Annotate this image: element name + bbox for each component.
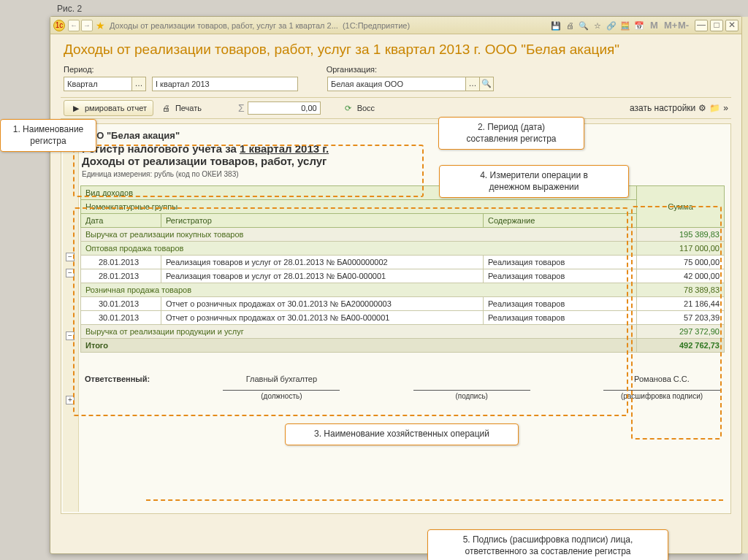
- cell-date: 30.01.2013: [81, 297, 161, 311]
- m-button[interactable]: M: [648, 20, 660, 31]
- favorite-icon[interactable]: ★: [96, 20, 105, 31]
- sig-position: Главный бухгалтер: [223, 375, 340, 383]
- print-icon[interactable]: 🖨: [564, 20, 576, 31]
- print-button[interactable]: Печать: [175, 104, 202, 112]
- cell-group: Выручка от реализации продукции и услуг: [81, 325, 637, 339]
- col-sum: Сумма: [637, 186, 725, 228]
- cell-amount: 21 186,44: [637, 297, 725, 311]
- cell-date: 28.01.2013: [81, 256, 161, 269]
- memory-buttons: M M+ M-: [648, 20, 687, 31]
- sig-name: Романова С.С.: [603, 375, 720, 383]
- cell-amount: 42 000,00: [637, 269, 725, 283]
- col-date: Дата: [81, 214, 161, 228]
- titlebar: 1c ← → ★ Доходы от реализации товаров, р…: [50, 17, 741, 34]
- play-icon: ▶: [70, 102, 82, 114]
- signature-block: Ответственный: Главный бухгалтер (должно…: [80, 375, 725, 400]
- calendar-icon[interactable]: 📅: [633, 20, 645, 31]
- cell-registrar: Реализация товаров и услуг от 28.01.2013…: [161, 269, 484, 283]
- period-label: Период:: [64, 65, 94, 74]
- org-label: Организация:: [327, 65, 377, 74]
- form-report-button[interactable]: ▶ рмировать отчет: [64, 100, 153, 116]
- favorite-icon[interactable]: ☆: [592, 20, 603, 31]
- sig-sign-sub: (подпись): [413, 392, 530, 400]
- restore-button[interactable]: Восс: [357, 104, 375, 112]
- tree-collapse-icon[interactable]: −: [66, 269, 75, 277]
- app-window: 1c ← → ★ Доходы от реализации товаров, р…: [50, 16, 742, 554]
- sig-responsible: Ответственный:: [85, 375, 150, 383]
- vertical-scrollbar[interactable]: [741, 17, 748, 553]
- sum-display: 0,00: [248, 101, 321, 115]
- maximize-button[interactable]: □: [710, 20, 723, 31]
- cell-content: Реализация товаров: [484, 297, 637, 311]
- figure-label: Рис. 2: [57, 4, 82, 14]
- col-group: Номенклатурные группы: [81, 200, 637, 214]
- period-type-picker[interactable]: …: [131, 77, 146, 91]
- cell-amount: 75 000,00: [637, 256, 725, 269]
- calc-icon[interactable]: 🧮: [619, 20, 631, 31]
- settings-icon[interactable]: ⚙: [698, 103, 706, 113]
- cell-content: Реализация товаров: [484, 256, 637, 269]
- table-row[interactable]: Выручка от реализации покупных товаров19…: [81, 228, 725, 242]
- nav-buttons: ← →: [68, 20, 93, 31]
- table-row[interactable]: 30.01.2013Отчет о розничных продажах от …: [81, 297, 725, 311]
- m-minus-button[interactable]: M-: [676, 20, 687, 31]
- period-type-input[interactable]: Квартал: [64, 77, 132, 91]
- report-area: − − − + ООО "Белая акация" Регистр налог…: [61, 123, 731, 514]
- callout-1: 1. Наименование регистра: [0, 119, 96, 152]
- cell-amount: 117 000,00: [637, 242, 725, 256]
- action-toolbar: ▶ рмировать отчет 🖨 Печать Σ 0,00 ⟳ Восс…: [61, 97, 731, 119]
- org-picker[interactable]: …: [465, 77, 480, 91]
- printer-icon[interactable]: 🖨: [161, 102, 172, 114]
- table-row[interactable]: 28.01.2013Реализация товаров и услуг от …: [81, 256, 725, 269]
- col-content: Содержание: [484, 214, 637, 228]
- forward-icon[interactable]: →: [81, 20, 93, 31]
- window-title-suffix: (1С:Предприятие): [343, 21, 410, 30]
- org-input[interactable]: Белая акация ООО: [327, 77, 466, 91]
- back-icon[interactable]: ←: [68, 20, 80, 31]
- callout-5: 5. Подпись (расшифровка подписи) лица,от…: [427, 529, 668, 560]
- preview-icon[interactable]: 🔍: [578, 20, 589, 31]
- sig-name-sub: (расшифровка подписи): [603, 392, 720, 400]
- total-label: Итого: [81, 339, 637, 353]
- table-row[interactable]: Выручка от реализации продукции и услуг2…: [81, 325, 725, 339]
- page-title: Доходы от реализации товаров, работ, усл…: [61, 42, 731, 58]
- sigma-icon: Σ: [238, 102, 245, 114]
- close-button[interactable]: ✕: [725, 20, 739, 31]
- col-registrar: Регистратор: [161, 214, 484, 228]
- cell-amount: 78 389,83: [637, 283, 725, 297]
- cell-amount: 297 372,90: [637, 325, 725, 339]
- cell-group: Выручка от реализации покупных товаров: [81, 228, 637, 242]
- folder-icon[interactable]: 📁: [709, 103, 720, 113]
- report-org: ООО "Белая акация": [82, 130, 723, 141]
- minimize-button[interactable]: —: [695, 20, 708, 31]
- save-icon[interactable]: 💾: [550, 20, 562, 31]
- table-row[interactable]: Розничная продажа товаров78 389,83: [81, 283, 725, 297]
- tree-collapse-icon[interactable]: −: [66, 253, 75, 261]
- org-search-icon[interactable]: 🔍: [479, 77, 494, 91]
- tree-collapse-icon[interactable]: −: [66, 331, 75, 340]
- table-row[interactable]: 28.01.2013Реализация товаров и услуг от …: [81, 269, 725, 283]
- titlebar-tool-icons: 💾 🖨 🔍 ☆ 🔗 🧮 📅: [550, 20, 645, 31]
- m-plus-button[interactable]: M+: [662, 20, 673, 31]
- cell-amount: 195 389,83: [637, 228, 725, 242]
- report-table: Вид доходов Сумма Номенклатурные группы …: [80, 185, 725, 353]
- more-icon[interactable]: »: [723, 103, 728, 113]
- restore-icon[interactable]: ⟳: [343, 102, 354, 114]
- show-settings-button[interactable]: азать настройки: [630, 103, 695, 113]
- total-amount: 492 762,73: [637, 339, 725, 353]
- report-register-line: Регистр налогового учета за 1 квартал 20…: [82, 142, 723, 155]
- cell-date: 30.01.2013: [81, 311, 161, 325]
- callout-4: 4. Измерители операции вденежном выражен…: [439, 165, 629, 198]
- link-icon[interactable]: 🔗: [606, 20, 617, 31]
- cell-content: Реализация товаров: [484, 269, 637, 283]
- callout-3: 3. Наименование хозяйственных операций: [285, 423, 519, 445]
- period-value-input[interactable]: I квартал 2013: [152, 77, 298, 91]
- cell-group: Розничная продажа товаров: [81, 283, 637, 297]
- cell-registrar: Отчет о розничных продажах от 30.01.2013…: [161, 297, 484, 311]
- cell-group: Оптовая продажа товаров: [81, 242, 637, 256]
- table-row[interactable]: 30.01.2013Отчет о розничных продажах от …: [81, 311, 725, 325]
- callout-2: 2. Период (дата)составления регистра: [438, 117, 584, 150]
- table-row[interactable]: Оптовая продажа товаров117 000,00: [81, 242, 725, 256]
- tree-expand-icon[interactable]: +: [66, 396, 75, 404]
- window-title: Доходы от реализации товаров, работ, усл…: [110, 21, 338, 30]
